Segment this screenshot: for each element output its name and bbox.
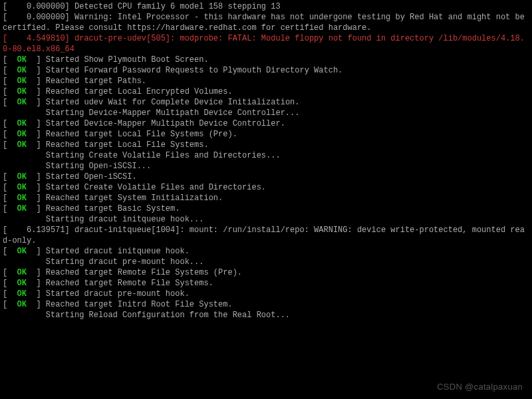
error-line: [ 4.549810] dracut-pre-udev[505]: modpro… bbox=[3, 34, 525, 54]
status-ok: OK bbox=[17, 140, 27, 150]
console-line: Starting dracut initqueue hook... bbox=[3, 214, 529, 225]
console-line: [ 4.549810] dracut-pre-udev[505]: modpro… bbox=[3, 33, 529, 55]
console-line: [ 0.000000] Warning: Intel Processor - t… bbox=[3, 12, 529, 33]
status-ok: OK bbox=[17, 183, 27, 192]
status-ok: OK bbox=[17, 66, 27, 75]
console-line: [ OK ] Started Device-Mapper Multipath D… bbox=[3, 118, 529, 129]
console-line: [ OK ] Reached target Paths. bbox=[3, 76, 529, 86]
status-ok: OK bbox=[17, 130, 27, 139]
console-line: Starting Open-iSCSI... bbox=[3, 161, 529, 172]
status-ok: OK bbox=[17, 204, 27, 213]
console-line: [ OK ] Reached target Local File Systems… bbox=[3, 129, 529, 140]
status-ok: OK bbox=[17, 76, 27, 86]
status-ok: OK bbox=[17, 289, 27, 299]
console-line: [ OK ] Started Create Volatile Files and… bbox=[3, 182, 529, 193]
console-line: [ OK ] Reached target System Initializat… bbox=[3, 193, 529, 203]
status-ok: OK bbox=[17, 172, 27, 182]
console-line: [ OK ] Started dracut pre-mount hook. bbox=[3, 289, 529, 299]
console-line: [ 6.139571] dracut-initqueue[1004]: moun… bbox=[3, 225, 529, 246]
console-line: [ OK ] Reached target Remote File System… bbox=[3, 267, 529, 278]
console-line: [ OK ] Started Open-iSCSI. bbox=[3, 172, 529, 182]
console-line: [ OK ] Reached target Local Encrypted Vo… bbox=[3, 86, 529, 97]
status-ok: OK bbox=[17, 98, 27, 107]
console-line: Starting Create Volatile Files and Direc… bbox=[3, 150, 529, 161]
console-line: [ OK ] Reached target Basic System. bbox=[3, 203, 529, 214]
console-line: [ OK ] Started Show Plymouth Boot Screen… bbox=[3, 55, 529, 65]
status-ok: OK bbox=[17, 87, 27, 96]
status-ok: OK bbox=[17, 194, 27, 203]
console-line: Starting dracut pre-mount hook... bbox=[3, 257, 529, 267]
status-ok: OK bbox=[17, 300, 27, 309]
console-line: [ 0.000000] Detected CPU family 6 model … bbox=[3, 1, 529, 12]
status-ok: OK bbox=[17, 279, 27, 288]
status-ok: OK bbox=[17, 119, 27, 128]
console-line: [ OK ] Started udev Wait for Complete De… bbox=[3, 97, 529, 108]
status-ok: OK bbox=[17, 268, 27, 277]
watermark: CSDN @catalpaxuan bbox=[437, 382, 523, 392]
boot-console: [ 0.000000] Detected CPU family 6 model … bbox=[0, 0, 532, 322]
console-line: [ OK ] Started dracut initqueue hook. bbox=[3, 246, 529, 257]
console-line: [ OK ] Reached target Remote File System… bbox=[3, 278, 529, 289]
console-line: Starting Reload Configuration from the R… bbox=[3, 310, 529, 321]
console-line: [ OK ] Started Forward Password Requests… bbox=[3, 65, 529, 76]
console-line: [ OK ] Reached target Initrd Root File S… bbox=[3, 299, 529, 310]
status-ok: OK bbox=[17, 247, 27, 256]
status-ok: OK bbox=[17, 55, 27, 65]
console-line: Starting Device-Mapper Multipath Device … bbox=[3, 108, 529, 118]
console-line: [ OK ] Reached target Local File Systems… bbox=[3, 140, 529, 150]
